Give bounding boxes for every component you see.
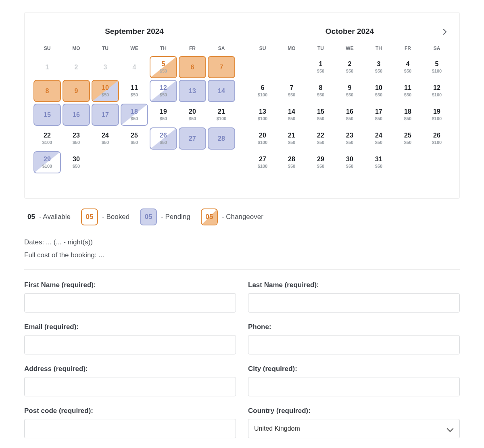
- calendar-day[interactable]: 16: [63, 104, 90, 126]
- calendar-day[interactable]: 6: [179, 56, 206, 78]
- calendar-day[interactable]: 20$100: [249, 127, 276, 150]
- last-name-field[interactable]: [248, 293, 460, 313]
- calendar-day[interactable]: 29$50: [307, 151, 334, 173]
- calendar-day[interactable]: 25$50: [121, 127, 148, 150]
- calendar-day[interactable]: 5$100: [423, 56, 451, 78]
- legend-available-sample: 05: [27, 213, 35, 221]
- calendar-day[interactable]: 15: [33, 104, 61, 126]
- month-right: October 2024SUMOTUWETHFRSA1$502$503$504$…: [248, 27, 451, 174]
- calendar-day[interactable]: 12$50: [150, 80, 177, 102]
- calendar-day[interactable]: 23$50: [63, 127, 90, 150]
- day-number: 10: [102, 85, 109, 91]
- calendar-day[interactable]: 9$50: [336, 80, 363, 102]
- day-number: 19: [433, 108, 440, 115]
- dow-header: SA: [422, 44, 451, 55]
- dow-header: TH: [149, 44, 178, 55]
- calendar-day[interactable]: 27: [179, 127, 206, 150]
- calendar-day[interactable]: 29$100: [33, 151, 61, 173]
- calendar-day[interactable]: 27$100: [249, 151, 276, 173]
- calendar-day[interactable]: 4$50: [394, 56, 421, 78]
- day-price: $50: [346, 116, 353, 121]
- calendar-day[interactable]: 24$50: [365, 127, 392, 150]
- day-number: 2: [75, 64, 78, 71]
- calendar-day[interactable]: 22$50: [307, 127, 334, 150]
- calendar-day[interactable]: 30$50: [63, 151, 90, 173]
- calendar-day[interactable]: 15$50: [307, 104, 334, 126]
- email-field[interactable]: [24, 335, 236, 354]
- calendar-day[interactable]: 26$50: [150, 127, 177, 150]
- last-name-label: Last Name (required):: [248, 281, 460, 289]
- day-number: 28: [288, 156, 295, 163]
- dow-header: SU: [33, 44, 62, 55]
- calendar-day[interactable]: 23$50: [336, 127, 363, 150]
- calendar-day[interactable]: 14: [208, 80, 235, 102]
- calendar-day[interactable]: 17: [92, 104, 119, 126]
- month-title: October 2024: [325, 27, 374, 36]
- calendar-day[interactable]: 28$50: [278, 151, 305, 173]
- day-number: 23: [73, 132, 80, 139]
- postcode-field[interactable]: [24, 419, 236, 438]
- day-number: 1: [46, 64, 49, 71]
- calendar-day[interactable]: 13: [179, 80, 206, 102]
- calendar-day[interactable]: 12$100: [423, 80, 451, 102]
- calendar-day[interactable]: 18$50: [121, 104, 148, 126]
- calendar-day[interactable]: 31$50: [365, 151, 392, 173]
- day-number: 18: [131, 108, 138, 115]
- calendar-day[interactable]: 25$50: [394, 127, 421, 150]
- booking-summary: Dates: ... (... - night(s)) Full cost of…: [24, 236, 460, 262]
- calendar-day[interactable]: 13$100: [249, 104, 276, 126]
- day-number: 1: [319, 61, 323, 67]
- calendar-day[interactable]: 10$50: [92, 80, 119, 102]
- calendar-day[interactable]: 17$50: [365, 104, 392, 126]
- calendar-day[interactable]: 22$100: [33, 127, 61, 150]
- next-month-button[interactable]: [439, 26, 451, 38]
- day-price: $50: [375, 164, 382, 169]
- phone-field[interactable]: [248, 335, 460, 354]
- address-label: Address (required):: [24, 365, 236, 373]
- calendar-day[interactable]: 9: [63, 80, 90, 102]
- calendar-day[interactable]: 18$50: [394, 104, 421, 126]
- day-number: 24: [102, 132, 109, 139]
- address-field[interactable]: [24, 377, 236, 396]
- day-price: $50: [131, 92, 138, 97]
- first-name-field[interactable]: [24, 293, 236, 313]
- calendar-day[interactable]: 21$50: [278, 127, 305, 150]
- day-price: $50: [288, 92, 295, 97]
- calendar-day[interactable]: 11$50: [394, 80, 421, 102]
- calendar-day[interactable]: 10$50: [365, 80, 392, 102]
- calendar-panel: September 2024SUMOTUWETHFRSA12345$506789…: [24, 12, 460, 199]
- calendar-day[interactable]: 26$100: [423, 127, 451, 150]
- calendar-day[interactable]: 24$50: [92, 127, 119, 150]
- country-field[interactable]: United Kingdom: [248, 419, 460, 438]
- calendar-empty-cell: [179, 151, 206, 173]
- calendar-day[interactable]: 11$50: [121, 80, 148, 102]
- email-field-group: Email (required):: [24, 323, 236, 354]
- calendar-day[interactable]: 7: [208, 56, 235, 78]
- calendar-day[interactable]: 14$50: [278, 104, 305, 126]
- day-price: $50: [73, 164, 80, 169]
- month-left: September 2024SUMOTUWETHFRSA12345$506789…: [33, 27, 236, 174]
- phone-field-group: Phone:: [248, 323, 460, 354]
- calendar-day[interactable]: 28: [208, 127, 235, 150]
- calendar-day[interactable]: 7$50: [278, 80, 305, 102]
- calendar-day[interactable]: 1$50: [307, 56, 334, 78]
- address-field-group: Address (required):: [24, 365, 236, 396]
- calendar-day[interactable]: 8: [33, 80, 61, 102]
- calendar-day[interactable]: 8$50: [307, 80, 334, 102]
- calendar-day[interactable]: 19$50: [150, 104, 177, 126]
- dow-header: MO: [277, 44, 306, 55]
- calendar-day[interactable]: 6$100: [249, 80, 276, 102]
- legend-available-label: - Available: [39, 213, 71, 221]
- calendar-day[interactable]: 20$50: [179, 104, 206, 126]
- calendar-day[interactable]: 16$50: [336, 104, 363, 126]
- calendar-day[interactable]: 30$50: [336, 151, 363, 173]
- calendar-day[interactable]: 2$50: [336, 56, 363, 78]
- day-number: 5: [435, 61, 439, 67]
- calendar-day[interactable]: 21$100: [208, 104, 235, 126]
- calendar-day[interactable]: 5$50: [150, 56, 177, 78]
- calendar-day[interactable]: 19$100: [423, 104, 451, 126]
- calendar-day[interactable]: 3$50: [365, 56, 392, 78]
- day-price: $50: [375, 116, 382, 121]
- city-field[interactable]: [248, 377, 460, 396]
- phone-label: Phone:: [248, 323, 460, 331]
